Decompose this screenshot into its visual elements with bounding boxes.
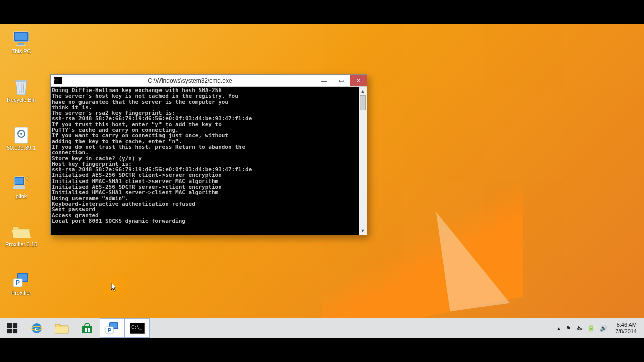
svg-rect-3 bbox=[16, 45, 26, 46]
svg-rect-8 bbox=[15, 127, 28, 143]
svg-text:e: e bbox=[35, 325, 38, 332]
svg-rect-13 bbox=[13, 186, 25, 189]
svg-rect-1 bbox=[15, 33, 27, 40]
svg-rect-19 bbox=[13, 323, 17, 327]
scroll-track[interactable] bbox=[359, 95, 367, 227]
letterbox-top bbox=[0, 0, 644, 24]
desktop-icon-rdp-shortcut[interactable]: 50.199.39.1 bbox=[3, 125, 39, 167]
computer-icon bbox=[12, 29, 31, 48]
svg-rect-25 bbox=[82, 326, 92, 333]
maximize-button[interactable]: ▭ bbox=[333, 75, 350, 86]
desktop-icons: This PC Recycle Bin 50.199.39.1 plink Pr… bbox=[3, 28, 39, 318]
show-hidden-icons-button[interactable]: ▴ bbox=[557, 325, 560, 332]
minimize-button[interactable]: — bbox=[315, 75, 333, 86]
svg-rect-24 bbox=[55, 327, 68, 333]
svg-point-10 bbox=[20, 133, 22, 135]
taskbar-spacer bbox=[150, 318, 553, 338]
taskbar-app-proxifier[interactable]: P bbox=[100, 318, 125, 338]
svg-rect-27 bbox=[88, 328, 90, 330]
svg-text:P: P bbox=[108, 327, 111, 333]
letterbox-bottom bbox=[0, 338, 644, 362]
taskbar-app-file-explorer[interactable] bbox=[49, 318, 74, 338]
plink-icon bbox=[12, 174, 31, 193]
desktop-icon-label: 50.199.39.1 bbox=[7, 145, 36, 151]
cmd-body-wrap: Doing Diffie-Hellman key exchange with h… bbox=[51, 87, 367, 235]
taskbar-clock[interactable]: 8:46 AM 7/8/2014 bbox=[612, 322, 640, 335]
network-icon[interactable]: 🖧 bbox=[576, 325, 582, 332]
cmd-window[interactable]: C:\Windows\system32\cmd.exe — ▭ ✕ Doing … bbox=[50, 74, 367, 235]
system-tray[interactable]: ▴ ⚑ 🖧 🔋 🔊 8:46 AM 7/8/2014 bbox=[553, 318, 644, 338]
desktop-icon-plink[interactable]: plink bbox=[3, 173, 39, 215]
svg-text:C:\_: C:\_ bbox=[131, 325, 142, 330]
taskbar-left: e P C:\_ bbox=[0, 318, 150, 338]
rdp-file-icon bbox=[12, 126, 31, 145]
volume-icon[interactable]: 🔊 bbox=[600, 325, 607, 332]
clock-time: 8:46 AM bbox=[615, 322, 637, 328]
scroll-up-button[interactable]: ▲ bbox=[359, 87, 367, 95]
svg-rect-26 bbox=[85, 328, 87, 330]
desktop[interactable]: This PC Recycle Bin 50.199.39.1 plink Pr… bbox=[0, 24, 644, 338]
svg-rect-28 bbox=[85, 330, 87, 332]
cursor-highlight bbox=[100, 274, 127, 301]
proxifier-icon: P bbox=[12, 270, 31, 290]
svg-rect-29 bbox=[88, 330, 90, 332]
scroll-thumb[interactable] bbox=[360, 95, 366, 110]
cmd-scrollbar[interactable]: ▲ ▼ bbox=[359, 87, 367, 235]
svg-rect-20 bbox=[7, 328, 12, 333]
taskbar-app-store[interactable] bbox=[74, 318, 100, 338]
taskbar[interactable]: e P C:\_ ▴ ⚑ 🖧 🔋 🔊 8:46 AM 7/8/2 bbox=[0, 318, 644, 338]
desktop-icon-proxifier[interactable]: P Proxifier bbox=[3, 269, 39, 312]
start-button[interactable] bbox=[0, 318, 24, 338]
desktop-icon-label: This PC bbox=[11, 48, 31, 55]
svg-text:P: P bbox=[16, 279, 20, 286]
svg-rect-21 bbox=[13, 328, 17, 333]
taskbar-app-ie[interactable]: e bbox=[24, 318, 49, 338]
desktop-icon-this-pc[interactable]: This PC bbox=[3, 28, 39, 70]
scroll-down-button[interactable]: ▼ bbox=[359, 227, 367, 235]
desktop-icon-label: plink bbox=[16, 193, 27, 200]
cmd-titlebar[interactable]: C:\Windows\system32\cmd.exe — ▭ ✕ bbox=[51, 75, 367, 87]
clock-date: 7/8/2014 bbox=[615, 328, 637, 335]
desktop-icon-label: Proxifier.3.15 bbox=[5, 241, 37, 248]
recycle-bin-icon bbox=[12, 77, 31, 97]
desktop-icon-proxifier-folder[interactable]: Proxifier.3.15 bbox=[3, 221, 39, 263]
close-button[interactable]: ✕ bbox=[350, 75, 367, 86]
taskbar-app-cmd[interactable]: C:\_ bbox=[125, 318, 150, 338]
svg-rect-4 bbox=[15, 80, 27, 82]
power-icon[interactable]: 🔋 bbox=[587, 325, 595, 332]
svg-rect-18 bbox=[7, 323, 12, 327]
cmd-icon bbox=[54, 77, 62, 84]
window-controls: — ▭ ✕ bbox=[315, 75, 367, 86]
cmd-output[interactable]: Doing Diffie-Hellman key exchange with h… bbox=[51, 87, 359, 235]
cursor-icon bbox=[111, 283, 118, 294]
desktop-icon-label: Proxifier bbox=[11, 290, 31, 296]
svg-rect-2 bbox=[18, 43, 24, 45]
desktop-icon-label: Recycle Bin bbox=[7, 97, 36, 103]
action-center-icon[interactable]: ⚑ bbox=[566, 325, 571, 332]
cmd-title: C:\Windows\system32\cmd.exe bbox=[65, 77, 315, 84]
desktop-icon-recycle-bin[interactable]: Recycle Bin bbox=[3, 76, 39, 119]
svg-rect-12 bbox=[15, 178, 23, 184]
folder-icon bbox=[12, 222, 31, 241]
